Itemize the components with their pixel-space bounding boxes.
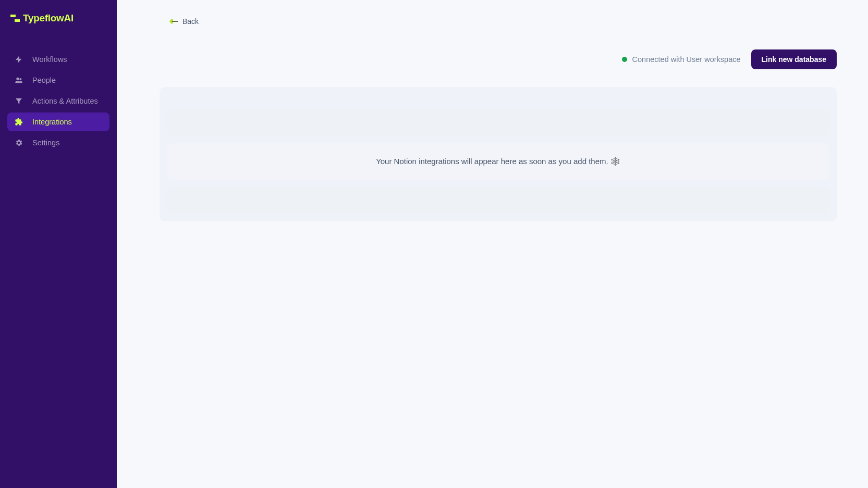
svg-rect-1 — [15, 19, 20, 22]
back-label: Back — [182, 17, 199, 26]
placeholder-row — [167, 187, 829, 214]
status-text: Connected with User workspace — [632, 55, 741, 64]
sidebar-item-label: Integrations — [32, 118, 72, 126]
sidebar-item-workflows[interactable]: Workflows — [7, 50, 109, 69]
status-dot-icon — [622, 57, 627, 62]
logo-icon — [10, 14, 20, 23]
logo[interactable]: TypeflowAI — [0, 12, 117, 50]
bolt-icon — [15, 55, 23, 64]
sidebar-item-integrations[interactable]: Integrations — [7, 112, 109, 131]
placeholder-row — [167, 109, 829, 136]
logo-text: TypeflowAI — [23, 12, 74, 24]
empty-state-message: Your Notion integrations will appear her… — [167, 143, 829, 180]
nav-list: Workflows People Actions & Attributes In… — [0, 50, 117, 152]
header-row: Connected with User workspace Link new d… — [148, 49, 837, 69]
sidebar-item-label: People — [32, 76, 56, 84]
svg-rect-0 — [10, 15, 16, 17]
link-new-database-button[interactable]: Link new database — [751, 49, 837, 69]
sidebar-item-label: Actions & Attributes — [32, 97, 98, 105]
connection-status: Connected with User workspace — [622, 55, 741, 64]
back-button[interactable]: Back — [148, 17, 199, 26]
integrations-container: Your Notion integrations will appear her… — [160, 87, 837, 221]
main-content: Back Connected with User workspace Link … — [117, 0, 868, 488]
sidebar-item-people[interactable]: People — [7, 71, 109, 90]
gear-icon — [15, 139, 23, 147]
puzzle-icon — [15, 118, 23, 126]
sidebar: TypeflowAI Workflows People Actions & At… — [0, 0, 117, 488]
sidebar-item-actions-attributes[interactable]: Actions & Attributes — [7, 92, 109, 110]
people-icon — [15, 76, 23, 84]
sidebar-item-label: Settings — [32, 139, 59, 147]
funnel-icon — [15, 97, 23, 105]
svg-point-2 — [16, 78, 19, 80]
sidebar-item-label: Workflows — [32, 55, 67, 64]
arrow-left-icon — [169, 17, 178, 26]
svg-point-3 — [19, 78, 21, 80]
sidebar-item-settings[interactable]: Settings — [7, 133, 109, 152]
